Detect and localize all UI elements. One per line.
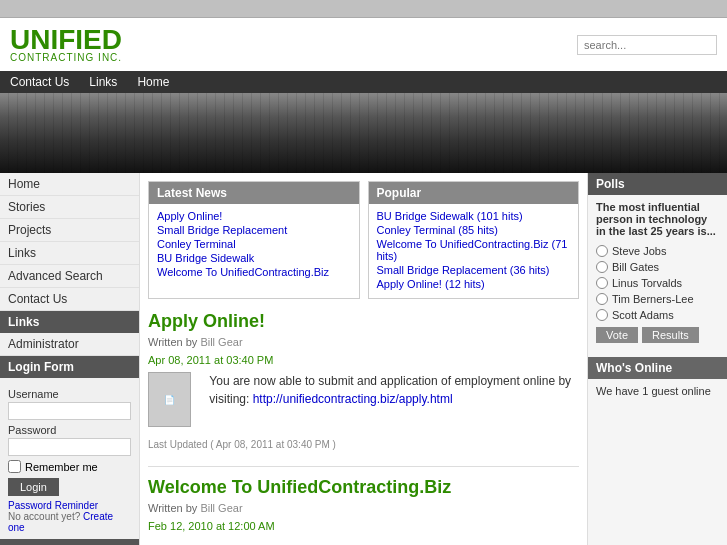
logo-sub: CONTRACTING INC. — [10, 52, 122, 63]
popular-item-2[interactable]: Conley Terminal (85 hits) — [377, 224, 571, 236]
article-2-author: Bill Gear — [200, 502, 242, 514]
polls-area: The most influential person in technolog… — [588, 195, 727, 349]
left-sidebar: Home Stories Projects Links Advanced Sea… — [0, 173, 140, 545]
article-1-author: Bill Gear — [200, 336, 242, 348]
right-sidebar: Polls The most influential person in tec… — [587, 173, 727, 545]
latest-news-item-4[interactable]: BU Bridge Sidewalk — [157, 252, 351, 264]
vote-button[interactable]: Vote — [596, 327, 638, 343]
main-nav: Home Stories Projects Links Advanced Sea… — [0, 173, 139, 311]
poll-radio-2[interactable] — [596, 261, 608, 273]
article-1-updated: Last Updated ( Apr 08, 2011 at 03:40 PM … — [148, 439, 579, 450]
login-button[interactable]: Login — [8, 478, 59, 496]
whos-online-header: Who's Online — [588, 357, 727, 379]
sidebar-item-links[interactable]: Links — [0, 242, 139, 265]
article-1-date: Apr 08, 2011 at 03:40 PM — [148, 354, 579, 366]
sidebar-item-contact-us[interactable]: Contact Us — [0, 288, 139, 311]
content-area: Latest News Apply Online! Small Bridge R… — [140, 173, 587, 545]
login-form-links: Password Reminder No account yet? Create… — [8, 500, 131, 533]
popular-header: Popular — [369, 182, 579, 204]
poll-option-1: Steve Jobs — [596, 245, 719, 257]
popular-item-5[interactable]: Apply Online! (12 hits) — [377, 278, 571, 290]
remember-checkbox[interactable] — [8, 460, 21, 473]
article-image-placeholder: 📄 — [164, 395, 175, 405]
nav-home[interactable]: Home — [137, 75, 169, 89]
header: UNIFIED CONTRACTING INC. — [0, 18, 727, 71]
latest-news-item-2[interactable]: Small Bridge Replacement — [157, 224, 351, 236]
topbar — [0, 0, 727, 18]
news-boxes: Latest News Apply Online! Small Bridge R… — [148, 181, 579, 299]
article-1: Apply Online! Written by Bill Gear Apr 0… — [148, 311, 579, 450]
poll-option-4: Tim Berners-Lee — [596, 293, 719, 305]
login-form: Username Password Remember me Login Pass… — [0, 378, 139, 539]
poll-label-4: Tim Berners-Lee — [612, 293, 694, 305]
polls-question: The most influential person in technolog… — [596, 201, 719, 237]
password-label: Password — [8, 424, 131, 436]
latest-news-content: Apply Online! Small Bridge Replacement C… — [149, 204, 359, 286]
nav-contact-us[interactable]: Contact Us — [10, 75, 69, 89]
sidebar-item-stories[interactable]: Stories — [0, 196, 139, 219]
article-1-body: 📄 You are now able to submit and applica… — [148, 372, 579, 433]
login-form-header: Login Form — [0, 356, 139, 378]
article-1-title[interactable]: Apply Online! — [148, 311, 579, 332]
article-1-image: 📄 — [148, 372, 191, 427]
poll-label-5: Scott Adams — [612, 309, 674, 321]
username-label: Username — [8, 388, 131, 400]
remember-row: Remember me — [8, 460, 131, 473]
article-2-date: Feb 12, 2010 at 12:00 AM — [148, 520, 579, 532]
poll-radio-1[interactable] — [596, 245, 608, 257]
poll-label-1: Steve Jobs — [612, 245, 666, 257]
latest-news-header: Latest News — [149, 182, 359, 204]
navbar: Contact Us Links Home — [0, 71, 727, 93]
password-reminder-link[interactable]: Password Reminder — [8, 500, 131, 511]
popular-item-1[interactable]: BU Bridge Sidewalk (101 hits) — [377, 210, 571, 222]
poll-radio-4[interactable] — [596, 293, 608, 305]
article-divider — [148, 466, 579, 467]
logo-main: UNIFIED — [10, 26, 122, 54]
popular-item-4[interactable]: Small Bridge Replacement (36 hits) — [377, 264, 571, 276]
sidebar-item-projects[interactable]: Projects — [0, 219, 139, 242]
no-account-text: No account yet? Create one — [8, 511, 131, 533]
latest-news-item-1[interactable]: Apply Online! — [157, 210, 351, 222]
article-2: Welcome To UnifiedContracting.Biz Writte… — [148, 477, 579, 532]
latest-news-item-5[interactable]: Welcome To UnifiedContracting.Biz — [157, 266, 351, 278]
poll-buttons: Vote Results — [596, 327, 719, 343]
sidebar-item-home[interactable]: Home — [0, 173, 139, 196]
links-section-header: Links — [0, 311, 139, 333]
article-1-meta: Written by Bill Gear — [148, 336, 579, 348]
poll-option-2: Bill Gates — [596, 261, 719, 273]
poll-option-3: Linus Torvalds — [596, 277, 719, 289]
results-button[interactable]: Results — [642, 327, 699, 343]
logo: UNIFIED CONTRACTING INC. — [10, 26, 122, 63]
poll-option-5: Scott Adams — [596, 309, 719, 321]
article-1-text: You are now able to submit and applicati… — [209, 372, 579, 408]
sidebar-item-administrator[interactable]: Administrator — [0, 333, 139, 356]
whos-online-content: We have 1 guest online — [588, 379, 727, 403]
popular-box: Popular BU Bridge Sidewalk (101 hits) Co… — [368, 181, 580, 299]
poll-label-2: Bill Gates — [612, 261, 659, 273]
username-input[interactable] — [8, 402, 131, 420]
banner — [0, 93, 727, 173]
password-input[interactable] — [8, 438, 131, 456]
remember-label: Remember me — [25, 461, 98, 473]
nav-links[interactable]: Links — [89, 75, 117, 89]
popular-item-3[interactable]: Welcome To UnifiedContracting.Biz (71 hi… — [377, 238, 571, 262]
poll-label-3: Linus Torvalds — [612, 277, 682, 289]
polls-header: Polls — [588, 173, 727, 195]
sidebar-item-advanced-search[interactable]: Advanced Search — [0, 265, 139, 288]
main-layout: Home Stories Projects Links Advanced Sea… — [0, 173, 727, 545]
article-1-link[interactable]: http://unifiedcontracting.biz/apply.html — [253, 392, 453, 406]
latest-news-item-3[interactable]: Conley Terminal — [157, 238, 351, 250]
syndicate-header: Syndicate — [0, 539, 139, 545]
poll-radio-5[interactable] — [596, 309, 608, 321]
article-2-title[interactable]: Welcome To UnifiedContracting.Biz — [148, 477, 579, 498]
search-input[interactable] — [577, 35, 717, 55]
popular-content: BU Bridge Sidewalk (101 hits) Conley Ter… — [369, 204, 579, 298]
banner-city-image — [0, 93, 727, 173]
links-nav: Administrator — [0, 333, 139, 356]
latest-news-box: Latest News Apply Online! Small Bridge R… — [148, 181, 360, 299]
article-2-meta: Written by Bill Gear — [148, 502, 579, 514]
poll-radio-3[interactable] — [596, 277, 608, 289]
